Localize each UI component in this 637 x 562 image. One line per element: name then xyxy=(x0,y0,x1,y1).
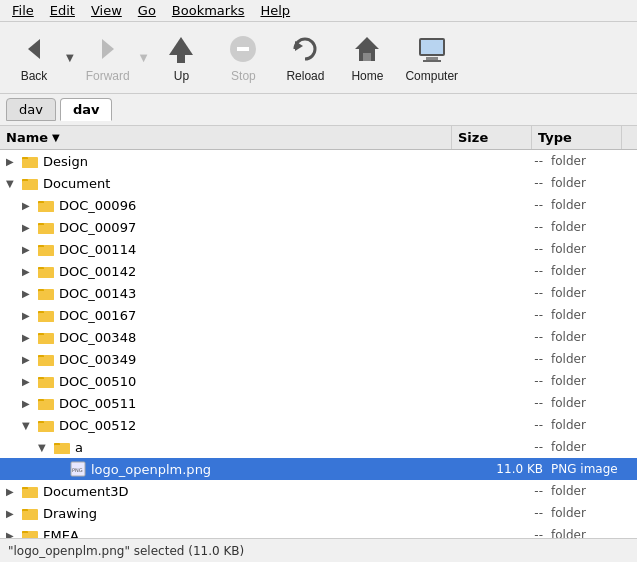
file-name-text: DOC_00510 xyxy=(59,374,136,389)
list-item[interactable]: ▼ DOC_00512--folder xyxy=(0,414,637,436)
file-type-cell: folder xyxy=(547,326,637,348)
file-name-cell: ▶ DOC_00511 xyxy=(0,392,467,414)
expand-arrow-icon[interactable]: ▼ xyxy=(38,442,52,453)
forward-button[interactable]: Forward xyxy=(78,29,138,87)
svg-rect-42 xyxy=(38,357,54,366)
file-name-cell: ▶ DOC_00096 xyxy=(0,194,467,216)
list-item[interactable]: ▶ DOC_00097--folder xyxy=(0,216,637,238)
svg-rect-48 xyxy=(38,401,54,410)
sort-arrow-name: ▼ xyxy=(52,132,60,143)
expand-arrow-icon[interactable]: ▶ xyxy=(6,508,20,519)
file-size-cell: -- xyxy=(467,348,547,370)
file-name-cell: ▶ DOC_00097 xyxy=(0,216,467,238)
expand-arrow-icon[interactable]: ▶ xyxy=(6,530,20,539)
list-item[interactable]: ▶ DOC_00114--folder xyxy=(0,238,637,260)
list-item[interactable]: ▼ Document--folder xyxy=(0,172,637,194)
list-item[interactable]: ▶ FMEA--folder xyxy=(0,524,637,538)
svg-rect-51 xyxy=(38,423,54,432)
tabbar: dav dav xyxy=(0,94,637,126)
header-type[interactable]: Type xyxy=(532,126,622,149)
file-name-cell: ▶ DOC_00167 xyxy=(0,304,467,326)
svg-rect-3 xyxy=(177,55,185,63)
folder-icon xyxy=(22,505,38,521)
file-type-cell: folder xyxy=(547,172,637,194)
list-item[interactable]: ▶ DOC_00510--folder xyxy=(0,370,637,392)
file-type-cell: folder xyxy=(547,502,637,524)
list-item[interactable]: ▶ DOC_00511--folder xyxy=(0,392,637,414)
folder-icon xyxy=(38,241,54,257)
list-item[interactable]: ▼ a--folder xyxy=(0,436,637,458)
menu-view[interactable]: View xyxy=(83,1,130,20)
list-item[interactable]: ▶ Document3D--folder xyxy=(0,480,637,502)
expand-arrow-icon[interactable]: ▶ xyxy=(22,310,36,321)
file-type-cell: folder xyxy=(547,194,637,216)
stop-button[interactable]: Stop xyxy=(213,29,273,87)
file-name-cell: ▶ DOC_00349 xyxy=(0,348,467,370)
expand-arrow-icon[interactable]: ▶ xyxy=(22,222,36,233)
list-item[interactable]: ▶ DOC_00142--folder xyxy=(0,260,637,282)
file-name-cell: ▶ DOC_00142 xyxy=(0,260,467,282)
file-type-cell: folder xyxy=(547,260,637,282)
menu-file[interactable]: File xyxy=(4,1,42,20)
svg-rect-5 xyxy=(237,47,249,51)
expand-arrow-icon[interactable]: ▶ xyxy=(22,354,36,365)
expand-arrow-icon[interactable]: ▶ xyxy=(22,288,36,299)
file-name-text: DOC_00097 xyxy=(59,220,136,235)
file-name-cell: ▼ DOC_00512 xyxy=(0,414,467,436)
svg-rect-33 xyxy=(38,291,54,300)
expand-arrow-icon[interactable]: ▶ xyxy=(22,376,36,387)
file-list[interactable]: ▶ Design--folder▼ Document--folder▶ DOC_… xyxy=(0,150,637,538)
tab-0[interactable]: dav xyxy=(6,98,56,121)
folder-icon xyxy=(38,417,54,433)
list-item[interactable]: ▶ DOC_00096--folder xyxy=(0,194,637,216)
list-item[interactable]: ▶ Drawing--folder xyxy=(0,502,637,524)
expand-arrow-icon[interactable]: ▶ xyxy=(22,332,36,343)
expand-arrow-icon[interactable]: ▼ xyxy=(22,420,36,431)
file-name-cell: ▶ Design xyxy=(0,150,467,172)
expand-arrow-icon[interactable]: ▼ xyxy=(6,178,20,189)
expand-arrow-icon[interactable]: ▶ xyxy=(22,244,36,255)
svg-rect-8 xyxy=(363,53,371,61)
svg-rect-24 xyxy=(38,225,54,234)
expand-arrow-icon[interactable]: ▶ xyxy=(6,156,20,167)
list-item[interactable]: ▶ DOC_00349--folder xyxy=(0,348,637,370)
file-name-text: FMEA xyxy=(43,528,79,539)
list-item[interactable]: PNG logo_openplm.png11.0 KBPNG image xyxy=(0,458,637,480)
header-size[interactable]: Size xyxy=(452,126,532,149)
back-button[interactable]: Back xyxy=(4,29,64,87)
home-button[interactable]: Home xyxy=(337,29,397,87)
file-size-cell: -- xyxy=(467,282,547,304)
list-item[interactable]: ▶ DOC_00167--folder xyxy=(0,304,637,326)
tab-1[interactable]: dav xyxy=(60,98,113,121)
list-item[interactable]: ▶ DOC_00143--folder xyxy=(0,282,637,304)
computer-button[interactable]: Computer xyxy=(399,29,464,87)
svg-rect-39 xyxy=(38,335,54,344)
list-item[interactable]: ▶ DOC_00348--folder xyxy=(0,326,637,348)
svg-marker-0 xyxy=(28,39,40,59)
file-icon: PNG xyxy=(70,461,86,477)
file-name-text: DOC_00511 xyxy=(59,396,136,411)
menu-go[interactable]: Go xyxy=(130,1,164,20)
menu-help[interactable]: Help xyxy=(252,1,298,20)
up-button[interactable]: Up xyxy=(151,29,211,87)
forward-dropdown-arrow[interactable]: ▼ xyxy=(138,50,150,65)
file-name-text: DOC_00167 xyxy=(59,308,136,323)
file-type-cell: folder xyxy=(547,414,637,436)
menu-edit[interactable]: Edit xyxy=(42,1,83,20)
expand-arrow-icon[interactable]: ▶ xyxy=(22,398,36,409)
menu-bookmarks[interactable]: Bookmarks xyxy=(164,1,253,20)
up-icon xyxy=(165,33,197,65)
file-size-cell: -- xyxy=(467,414,547,436)
file-name-text: Design xyxy=(43,154,88,169)
svg-marker-1 xyxy=(102,39,114,59)
expand-arrow-icon[interactable]: ▶ xyxy=(6,486,20,497)
expand-arrow-icon[interactable]: ▶ xyxy=(22,200,36,211)
reload-button[interactable]: Reload xyxy=(275,29,335,87)
svg-rect-11 xyxy=(426,57,438,60)
list-item[interactable]: ▶ Design--folder xyxy=(0,150,637,172)
expand-arrow-icon[interactable]: ▶ xyxy=(22,266,36,277)
header-name[interactable]: Name ▼ xyxy=(0,126,452,149)
file-name-text: DOC_00143 xyxy=(59,286,136,301)
file-name-cell: ▶ DOC_00348 xyxy=(0,326,467,348)
back-dropdown-arrow[interactable]: ▼ xyxy=(64,50,76,65)
